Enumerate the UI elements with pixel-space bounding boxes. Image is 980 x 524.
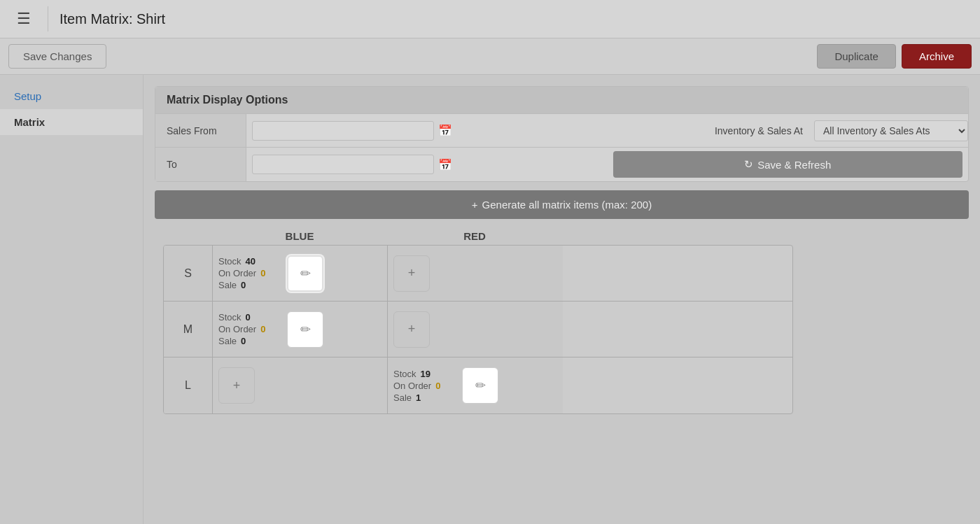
sidebar-item-setup[interactable]: Setup [0,83,143,109]
cell-stats-l-red: Stock 19 On Order 0 Sale 1 [393,369,456,403]
inventory-label: Inventory & Sales At [704,125,814,136]
inventory-select[interactable]: All Inventory & Sales Ats [814,120,968,141]
col-header-blue: BLUE [212,230,387,242]
table-row: M Stock 0 On Order 0 [164,302,792,357]
stock-label: Stock [218,256,241,267]
generate-label: Generate all matrix items (max: 200) [482,199,652,211]
to-label: To [155,148,246,181]
sale-value: 1 [416,392,421,403]
stat-on-order: On Order 0 [218,268,281,278]
stat-sale: Sale 1 [393,392,456,403]
to-calendar-icon[interactable]: 📅 [438,158,452,171]
add-button-m-red[interactable]: + [393,311,430,348]
panel-header: Matrix Display Options [155,87,968,114]
stock-value: 19 [421,369,430,379]
stat-sale: Sale 0 [218,280,281,290]
sale-label: Sale [218,336,237,346]
on-order-value: 0 [260,324,265,334]
stat-on-order: On Order 0 [218,324,281,334]
save-changes-button[interactable]: Save Changes [8,44,106,69]
cell-l-blue: + [213,357,388,413]
to-date-input[interactable] [252,155,434,174]
main-layout: Setup Matrix Matrix Display Options Sale… [0,75,980,524]
menu-icon[interactable]: ☰ [11,7,36,31]
cell-s-red: + [388,246,563,301]
matrix-column-headers: BLUE RED [212,230,960,242]
matrix-rows: S Stock 40 On Order 0 [163,245,793,414]
row-label-s: S [164,246,213,301]
stock-value: 0 [246,312,251,323]
generate-button[interactable]: + Generate all matrix items (max: 200) [155,190,969,219]
cell-m-blue: Stock 0 On Order 0 Sale 0 [213,302,388,357]
sale-value: 0 [241,336,246,346]
cell-stats-m-blue: Stock 0 On Order 0 Sale 0 [218,312,281,346]
on-order-label: On Order [218,324,256,334]
table-row: S Stock 40 On Order 0 [164,246,792,302]
row-label-l: L [164,357,213,413]
cell-s-blue: Stock 40 On Order 0 Sale 0 [213,246,388,301]
cell-l-red: Stock 19 On Order 0 Sale 1 [388,357,563,413]
save-refresh-label: Save & Refresh [757,159,831,171]
cell-m-red: + [388,302,563,357]
add-button-s-red[interactable]: + [393,255,430,292]
matrix-area: BLUE RED S Stock 40 [155,230,969,414]
toolbar: Save Changes Duplicate Archive [0,38,980,75]
on-order-label: On Order [393,381,431,391]
to-input-wrap: 📅 [246,150,608,178]
stat-sale: Sale 0 [218,336,281,346]
duplicate-button[interactable]: Duplicate [817,44,896,69]
add-button-l-blue[interactable]: + [218,367,255,404]
to-row: To 📅 ↻ Save & Refresh [155,148,968,181]
sales-from-input[interactable] [252,121,434,141]
plus-icon: + [472,199,478,211]
sales-from-row: Sales From 📅 Inventory & Sales At All In… [155,114,968,148]
stock-label: Stock [218,312,241,323]
stat-on-order: On Order 0 [393,381,456,391]
table-row: L + Stock 19 On Order [164,357,792,413]
edit-button-m-blue[interactable]: ✏ [287,311,323,348]
col-header-red: RED [387,230,562,242]
sidebar: Setup Matrix [0,75,144,524]
stock-value: 40 [246,256,255,267]
top-bar: ☰ Item Matrix: Shirt [0,0,980,38]
stat-stock: Stock 40 [218,256,281,267]
matrix-display-options-panel: Matrix Display Options Sales From 📅 Inve… [155,86,969,182]
stock-label: Stock [393,369,416,379]
sidebar-item-matrix[interactable]: Matrix [0,109,143,135]
on-order-label: On Order [218,268,256,278]
page-title: Item Matrix: Shirt [59,11,165,27]
archive-button[interactable]: Archive [902,44,972,69]
sale-label: Sale [218,280,237,290]
refresh-icon: ↻ [744,158,753,171]
sales-from-label: Sales From [155,114,246,147]
sales-from-input-wrap: 📅 [246,117,704,145]
save-refresh-button[interactable]: ↻ Save & Refresh [613,151,963,178]
sale-value: 0 [241,280,246,290]
panel-body: Sales From 📅 Inventory & Sales At All In… [155,114,968,181]
on-order-value: 0 [260,268,265,278]
content-area: Matrix Display Options Sales From 📅 Inve… [144,75,980,524]
stat-stock: Stock 0 [218,312,281,323]
edit-button-l-red[interactable]: ✏ [462,367,498,404]
stat-stock: Stock 19 [393,369,456,379]
row-label-m: M [164,302,213,357]
sales-from-calendar-icon[interactable]: 📅 [438,124,452,137]
cell-stats-s-blue: Stock 40 On Order 0 Sale 0 [218,256,281,290]
on-order-value: 0 [435,381,440,391]
sale-label: Sale [393,392,412,403]
edit-button-s-blue[interactable]: ✏ [287,255,323,292]
